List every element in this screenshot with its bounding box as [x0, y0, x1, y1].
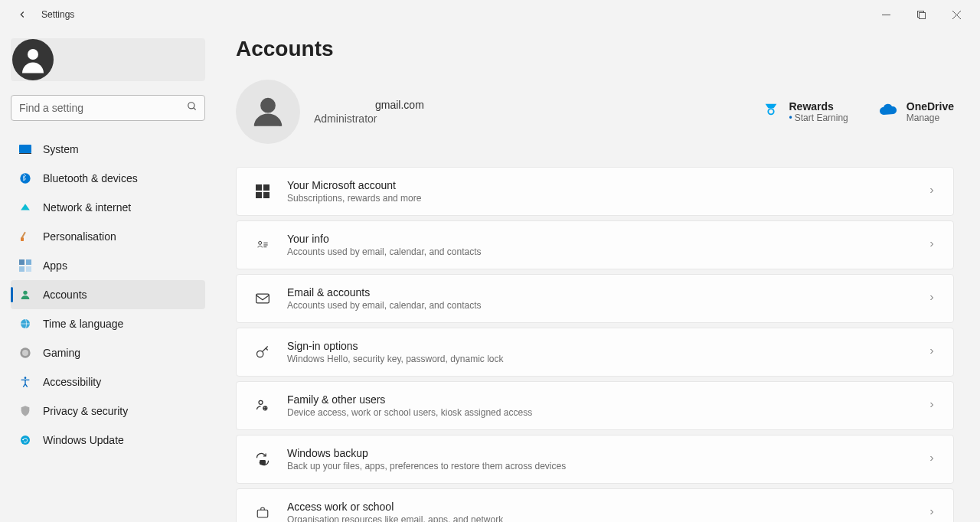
- setting-work-school[interactable]: Access work or school Organisation resou…: [236, 488, 954, 522]
- sidebar-item-label: Bluetooth & devices: [43, 172, 138, 184]
- minimize-button[interactable]: [868, 2, 903, 27]
- svg-rect-28: [263, 192, 270, 198]
- setting-title: Email & accounts: [287, 286, 927, 299]
- sidebar-item-personalisation[interactable]: Personalisation: [11, 222, 205, 251]
- setting-desc: Device access, work or school users, kio…: [287, 407, 927, 418]
- microsoft-icon: [253, 182, 272, 201]
- svg-point-5: [28, 49, 38, 60]
- sidebar-item-label: Gaming: [43, 347, 80, 359]
- system-icon: [18, 142, 32, 156]
- sidebar-item-apps[interactable]: Apps: [11, 251, 205, 280]
- titlebar: Settings: [0, 0, 980, 29]
- svg-rect-42: [257, 510, 268, 517]
- sidebar-item-accessibility[interactable]: Accessibility: [11, 367, 205, 396]
- account-header: gmail.com Administrator Rewards •Start E…: [236, 80, 954, 144]
- setting-desc: Subscriptions, rewards and more: [287, 193, 927, 204]
- sidebar-item-update[interactable]: Windows Update: [11, 426, 205, 455]
- setting-title: Your info: [287, 233, 927, 245]
- svg-point-22: [21, 436, 30, 445]
- sidebar-item-privacy[interactable]: Privacy & security: [11, 396, 205, 426]
- sidebar-item-network[interactable]: Network & internet: [11, 193, 205, 222]
- key-icon: [253, 343, 272, 361]
- search-input[interactable]: [11, 95, 205, 121]
- page-title: Accounts: [236, 37, 954, 61]
- backup-icon: [253, 450, 272, 468]
- onedrive-title: OneDrive: [906, 100, 954, 113]
- chevron-right-icon: [927, 238, 936, 252]
- setting-signin-options[interactable]: Sign-in options Windows Hello, security …: [236, 328, 954, 377]
- sidebar-item-label: Time & language: [43, 318, 123, 330]
- sidebar-item-system[interactable]: System: [11, 135, 205, 164]
- svg-point-6: [188, 103, 194, 109]
- profile-card[interactable]: [11, 38, 205, 81]
- svg-rect-8: [19, 145, 31, 153]
- gaming-icon: [18, 346, 32, 360]
- chevron-right-icon: [927, 506, 936, 520]
- person-card-icon: [253, 236, 272, 254]
- setting-email-accounts[interactable]: Email & accounts Accounts used by email,…: [236, 274, 954, 323]
- wifi-icon: [18, 201, 32, 214]
- svg-rect-27: [256, 192, 262, 198]
- briefcase-icon: [253, 504, 272, 522]
- sidebar-item-bluetooth[interactable]: Bluetooth & devices: [11, 164, 205, 193]
- onedrive-card[interactable]: OneDrive Manage: [879, 100, 954, 123]
- setting-title: Sign-in options: [287, 340, 927, 352]
- setting-microsoft-account[interactable]: Your Microsoft account Subscriptions, re…: [236, 167, 954, 216]
- svg-point-20: [22, 350, 28, 356]
- setting-desc: Windows Hello, security key, password, d…: [287, 354, 927, 364]
- svg-point-17: [23, 291, 27, 295]
- chevron-right-icon: [927, 452, 936, 466]
- accessibility-icon: [18, 375, 32, 389]
- setting-your-info[interactable]: Your info Accounts used by email, calend…: [236, 220, 954, 269]
- svg-line-36: [266, 348, 268, 351]
- svg-point-29: [259, 241, 262, 244]
- svg-rect-13: [19, 259, 24, 265]
- setting-title: Windows backup: [287, 447, 927, 459]
- svg-rect-9: [19, 153, 31, 154]
- sidebar-item-accounts[interactable]: Accounts: [11, 280, 205, 309]
- globe-icon: [18, 317, 32, 331]
- main-content: Accounts gmail.com Administrator Rewards…: [216, 29, 980, 522]
- apps-icon: [18, 259, 32, 272]
- svg-rect-25: [256, 184, 262, 191]
- rewards-sub: Start Earning: [795, 113, 848, 123]
- paintbrush-icon: [18, 230, 32, 243]
- sidebar-item-label: Personalisation: [43, 230, 116, 243]
- bluetooth-icon: [18, 171, 32, 185]
- setting-desc: Organisation resources like email, apps,…: [287, 514, 927, 522]
- account-email: gmail.com: [314, 99, 424, 111]
- family-icon: [253, 396, 272, 415]
- setting-desc: Accounts used by email, calendar, and co…: [287, 300, 927, 311]
- svg-point-24: [768, 109, 773, 114]
- sidebar-item-label: Windows Update: [43, 434, 124, 446]
- svg-rect-15: [19, 266, 24, 272]
- sidebar-item-time[interactable]: Time & language: [11, 309, 205, 338]
- svg-point-37: [259, 400, 263, 404]
- setting-title: Your Microsoft account: [287, 179, 927, 191]
- svg-line-7: [194, 108, 196, 110]
- app-title: Settings: [41, 9, 74, 20]
- svg-rect-16: [26, 266, 31, 272]
- account-role: Administrator: [314, 113, 424, 125]
- svg-rect-12: [21, 232, 25, 239]
- close-button[interactable]: [939, 2, 974, 27]
- setting-title: Access work or school: [287, 501, 927, 513]
- onedrive-sub: Manage: [906, 113, 954, 123]
- sidebar-item-label: Network & internet: [43, 201, 131, 214]
- svg-rect-41: [260, 461, 266, 465]
- sidebar-item-gaming[interactable]: Gaming: [11, 338, 205, 367]
- person-icon: [18, 288, 32, 302]
- chevron-right-icon: [927, 345, 936, 359]
- sidebar-item-label: Apps: [43, 259, 67, 272]
- back-button[interactable]: [15, 8, 29, 21]
- setting-desc: Back up your files, apps, preferences to…: [287, 461, 927, 471]
- rewards-title: Rewards: [789, 100, 848, 113]
- sidebar-item-label: Accounts: [43, 289, 87, 301]
- maximize-button[interactable]: [903, 2, 939, 27]
- setting-windows-backup[interactable]: Windows backup Back up your files, apps,…: [236, 435, 954, 484]
- sidebar-item-label: System: [43, 143, 79, 155]
- svg-rect-2: [919, 12, 925, 18]
- rewards-card[interactable]: Rewards •Start Earning: [762, 100, 848, 123]
- svg-point-23: [262, 99, 275, 112]
- setting-family-users[interactable]: Family & other users Device access, work…: [236, 381, 954, 430]
